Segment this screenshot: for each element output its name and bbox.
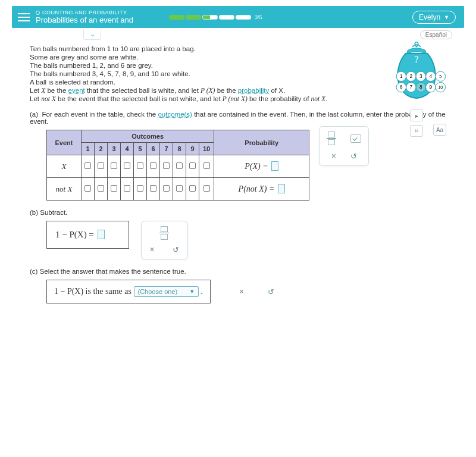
probability-cell: P(X) = <box>214 155 309 178</box>
part-b-prompt: (b) Subtract. <box>30 209 446 216</box>
table-row-x: X P(X) = <box>47 155 309 178</box>
outcome-checkbox[interactable] <box>111 162 117 169</box>
th-col: 8 <box>173 143 186 155</box>
progress-text: 3/5 <box>255 14 262 20</box>
th-outcomes: Outcomes <box>82 130 214 143</box>
th-col: 1 <box>82 143 95 155</box>
svg-text:?: ? <box>414 54 418 65</box>
th-col: 5 <box>134 143 147 155</box>
probability-cell: P(not X) = <box>214 178 309 201</box>
play-button[interactable]: ▸ <box>410 109 423 121</box>
clear-button[interactable]: × <box>150 245 155 254</box>
glossary-link-outcomes[interactable]: outcome(s) <box>158 111 192 118</box>
outcome-checkbox[interactable] <box>98 162 104 169</box>
svg-text:3: 3 <box>419 74 422 79</box>
glossary-link-event[interactable]: event <box>68 87 85 94</box>
part-c-prompt: (c) Select the answer that makes the sen… <box>30 268 446 275</box>
th-col: 7 <box>160 143 173 155</box>
th-col: 3 <box>108 143 121 155</box>
progress-seg <box>202 15 218 20</box>
clear-button[interactable]: × <box>331 151 336 161</box>
svg-text:1: 1 <box>400 74 403 79</box>
svg-text:2: 2 <box>410 74 413 79</box>
outcome-checkbox[interactable] <box>189 162 196 169</box>
user-menu[interactable]: Evelyn ▼ <box>412 11 456 24</box>
chevron-down-icon: ▼ <box>444 14 449 20</box>
bag-illustration: ? 1 2 3 4 5 6 7 8 9 10 ▸ ⌗ <box>381 39 452 137</box>
category-text: COUNTING AND PROBABILITY <box>42 10 127 15</box>
math-toolbox: × ↺ <box>319 126 369 166</box>
chevron-down-icon: ▼ <box>189 289 195 295</box>
outcome-checkbox[interactable] <box>137 162 143 169</box>
answer-dropdown[interactable]: (Choose one) ▼ <box>134 286 199 297</box>
answer-input[interactable] <box>271 161 278 171</box>
table-row-notx: not X P(not X) = <box>47 178 309 201</box>
progress-seg <box>169 15 184 20</box>
svg-text:9: 9 <box>430 84 433 90</box>
th-col: 2 <box>95 143 108 155</box>
progress-seg <box>219 15 234 20</box>
outcomes-table: Event Outcomes Probability 1 2 3 4 5 6 7… <box>46 130 309 201</box>
header-titles: COUNTING AND PROBABILITY Probabilities o… <box>36 10 133 24</box>
outcome-checkbox[interactable] <box>111 185 117 192</box>
svg-text:7: 7 <box>410 84 413 90</box>
outcome-checkbox[interactable] <box>150 185 156 192</box>
svg-text:4: 4 <box>430 74 433 79</box>
glossary-link-probability[interactable]: probability <box>238 87 269 94</box>
progress-seg <box>236 15 251 20</box>
outcome-checkbox[interactable] <box>150 162 156 169</box>
user-name: Evelyn <box>419 13 440 21</box>
progress-bar: 3/5 <box>169 14 262 20</box>
svg-text:8: 8 <box>419 84 422 90</box>
event-label: X <box>47 155 82 178</box>
th-event: Event <box>47 130 82 155</box>
bag-svg-icon: ? 1 2 3 4 5 6 7 8 9 10 <box>384 39 449 105</box>
outcome-checkbox[interactable] <box>98 185 104 192</box>
lesson-category: COUNTING AND PROBABILITY <box>36 10 133 15</box>
expand-chevron-down-icon[interactable]: ⌄ <box>83 29 101 40</box>
outcome-checkbox[interactable] <box>176 162 183 169</box>
equation-box: 1 − P(X) = <box>46 221 129 249</box>
outcome-checkbox[interactable] <box>84 185 91 192</box>
reset-button[interactable]: ↺ <box>350 152 357 161</box>
outcome-checkbox[interactable] <box>124 162 130 169</box>
part-c: (c) Select the answer that makes the sen… <box>30 268 446 303</box>
sentence-box: 1 − P(X) is the same as (Choose one) ▼ . <box>46 280 211 303</box>
reset-button[interactable]: ↺ <box>268 287 274 296</box>
lesson-header: COUNTING AND PROBABILITY Probabilities o… <box>12 6 464 28</box>
answer-input[interactable] <box>278 184 285 193</box>
svg-text:5: 5 <box>439 74 441 79</box>
th-probability: Probability <box>214 130 309 155</box>
outcome-checkbox[interactable] <box>84 162 91 169</box>
outcome-checkbox[interactable] <box>203 185 210 192</box>
outcome-checkbox[interactable] <box>137 185 143 192</box>
hamburger-menu-icon[interactable] <box>18 13 30 21</box>
math-toolbox: × ↺ <box>141 221 188 259</box>
language-toggle[interactable]: Español <box>420 30 452 39</box>
svg-text:6: 6 <box>400 84 403 90</box>
fraction-tool-icon[interactable] <box>327 132 336 145</box>
dropdown-placeholder: (Choose one) <box>138 288 178 295</box>
outcome-checkbox[interactable] <box>176 185 183 192</box>
category-dot-icon <box>36 11 40 15</box>
keypad-button[interactable]: ⌗ <box>410 125 423 137</box>
clear-button[interactable]: × <box>239 287 244 296</box>
fraction-tool-icon[interactable] <box>159 226 169 240</box>
outcome-checkbox[interactable] <box>203 162 210 169</box>
th-col: 6 <box>147 143 160 155</box>
answer-input[interactable] <box>98 230 105 239</box>
lesson-title: Probabilities of an event and <box>36 15 133 24</box>
reset-button[interactable]: ↺ <box>173 245 179 254</box>
math-toolbox: × ↺ <box>227 283 286 300</box>
part-b: (b) Subtract. 1 − P(X) = × ↺ <box>30 209 446 259</box>
th-col: 9 <box>186 143 199 155</box>
outcome-checkbox[interactable] <box>189 185 196 192</box>
progress-seg <box>186 15 201 20</box>
th-col: 10 <box>199 143 214 155</box>
event-label: not X <box>47 178 82 201</box>
outcome-checkbox[interactable] <box>124 185 130 192</box>
svg-text:10: 10 <box>438 84 443 90</box>
check-tool-icon[interactable] <box>350 134 361 143</box>
outcome-checkbox[interactable] <box>163 185 170 192</box>
outcome-checkbox[interactable] <box>163 162 170 169</box>
